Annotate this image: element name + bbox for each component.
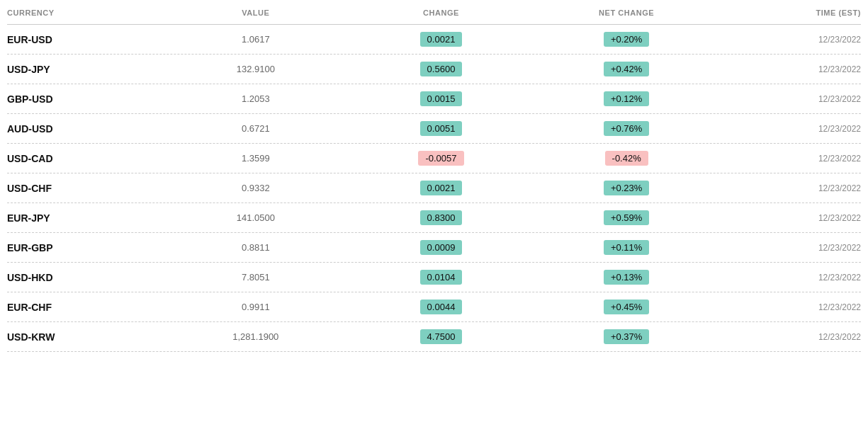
table-row: EUR-GBP 0.8811 0.0009 +0.11% 12/23/2022 [7,233,861,263]
header-net-change: NET CHANGE [534,8,719,17]
currency-change: 0.0021 [349,32,534,47]
change-badge: 0.0021 [420,181,463,195]
table-row: EUR-JPY 141.0500 0.8300 +0.59% 12/23/202… [7,203,861,233]
net-change-badge: +0.59% [604,210,649,225]
currency-value: 1.2053 [163,93,349,104]
currency-table: CURRENCY VALUE CHANGE NET CHANGE TIME (E… [0,0,868,352]
table-row: USD-KRW 1,281.1900 4.7500 +0.37% 12/23/2… [7,322,861,352]
header-time: TIME (EST) [719,8,861,17]
currency-value: 1,281.1900 [163,331,349,342]
currency-net-change: +0.37% [534,329,719,344]
table-row: USD-CAD 1.3599 -0.0057 -0.42% 12/23/2022 [7,144,861,173]
change-badge: 0.0021 [420,32,463,47]
currency-value: 1.3599 [163,153,349,164]
currency-change: 0.0044 [349,300,534,314]
currency-change: 0.0021 [349,181,534,195]
currency-value: 0.9911 [163,302,349,312]
currency-change: 0.0015 [349,91,534,106]
net-change-badge: +0.42% [604,62,649,76]
header-value: VALUE [163,8,349,17]
currency-value: 141.0500 [163,212,349,223]
currency-net-change: +0.45% [534,300,719,314]
change-badge: 0.0009 [420,240,463,255]
currency-net-change: +0.20% [534,32,719,47]
change-badge: 4.7500 [420,329,463,344]
currency-name: USD-JPY [7,64,163,75]
header-change: CHANGE [349,8,534,17]
currency-time: 12/23/2022 [719,243,861,253]
currency-net-change: +0.23% [534,181,719,195]
change-badge: 0.0015 [420,91,463,106]
currency-name: EUR-CHF [7,302,163,313]
currency-name: AUD-USD [7,123,163,135]
table-row: USD-JPY 132.9100 0.5600 +0.42% 12/23/202… [7,55,861,84]
net-change-badge: -0.42% [605,151,648,166]
net-change-badge: +0.37% [604,329,649,344]
change-badge: 0.0104 [420,270,463,285]
table-header: CURRENCY VALUE CHANGE NET CHANGE TIME (E… [7,0,861,25]
change-badge: 0.0051 [420,121,463,136]
table-row: EUR-USD 1.0617 0.0021 +0.20% 12/23/2022 [7,25,861,55]
currency-time: 12/23/2022 [719,64,861,74]
currency-value: 1.0617 [163,34,349,45]
currency-change: 4.7500 [349,329,534,344]
table-body: EUR-USD 1.0617 0.0021 +0.20% 12/23/2022 … [7,25,861,352]
change-badge: 0.0044 [420,300,463,314]
currency-name: EUR-USD [7,34,163,45]
currency-value: 132.9100 [163,64,349,74]
net-change-badge: +0.45% [604,300,649,314]
net-change-badge: +0.76% [604,121,649,136]
currency-time: 12/23/2022 [719,35,861,45]
currency-name: USD-CAD [7,153,163,164]
net-change-badge: +0.13% [604,270,649,285]
currency-name: GBP-USD [7,93,163,105]
currency-time: 12/23/2022 [719,124,861,134]
change-badge: 0.8300 [420,210,463,225]
currency-time: 12/23/2022 [719,94,861,104]
currency-value: 0.9332 [163,183,349,193]
table-row: USD-CHF 0.9332 0.0021 +0.23% 12/23/2022 [7,173,861,203]
currency-time: 12/23/2022 [719,154,861,164]
currency-change: 0.0104 [349,270,534,285]
currency-net-change: -0.42% [534,151,719,166]
currency-time: 12/23/2022 [719,183,861,193]
table-row: AUD-USD 0.6721 0.0051 +0.76% 12/23/2022 [7,114,861,144]
currency-net-change: +0.76% [534,121,719,136]
currency-net-change: +0.12% [534,91,719,106]
net-change-badge: +0.12% [604,91,649,106]
currency-value: 0.8811 [163,242,349,253]
currency-name: USD-KRW [7,331,163,343]
table-row: GBP-USD 1.2053 0.0015 +0.12% 12/23/2022 [7,84,861,114]
currency-time: 12/23/2022 [719,273,861,283]
net-change-badge: +0.23% [604,181,649,195]
currency-net-change: +0.42% [534,62,719,76]
currency-change: -0.0057 [349,151,534,166]
currency-change: 0.8300 [349,210,534,225]
currency-name: EUR-JPY [7,212,163,224]
currency-value: 7.8051 [163,272,349,283]
currency-change: 0.0009 [349,240,534,255]
net-change-badge: +0.11% [604,240,649,255]
currency-change: 0.0051 [349,121,534,136]
currency-time: 12/23/2022 [719,213,861,223]
currency-name: EUR-GBP [7,242,163,253]
currency-time: 12/23/2022 [719,302,861,312]
currency-net-change: +0.59% [534,210,719,225]
table-row: USD-HKD 7.8051 0.0104 +0.13% 12/23/2022 [7,263,861,292]
net-change-badge: +0.20% [604,32,649,47]
currency-net-change: +0.13% [534,270,719,285]
currency-time: 12/23/2022 [719,332,861,342]
header-currency: CURRENCY [7,8,163,17]
currency-net-change: +0.11% [534,240,719,255]
currency-value: 0.6721 [163,123,349,134]
table-row: EUR-CHF 0.9911 0.0044 +0.45% 12/23/2022 [7,292,861,322]
currency-name: USD-CHF [7,183,163,194]
currency-change: 0.5600 [349,62,534,76]
change-badge: -0.0057 [418,151,463,166]
change-badge: 0.5600 [420,62,463,76]
currency-name: USD-HKD [7,272,163,283]
